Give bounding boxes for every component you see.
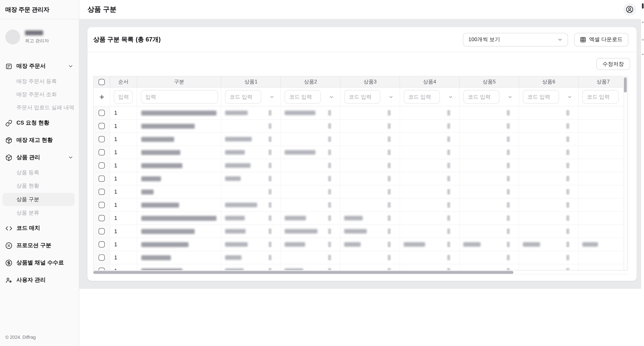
row-checkbox[interactable]: [98, 123, 105, 129]
sidebar-item-1[interactable]: 매장 주문서 등록: [0, 75, 79, 88]
gubun-cell[interactable]: [137, 120, 221, 132]
product4-cell[interactable]: [400, 225, 460, 238]
sidebar-item-2[interactable]: 매장 주문서 조회: [0, 88, 79, 101]
table-vertical-scrollbar[interactable]: [623, 77, 628, 270]
product7-cell[interactable]: [579, 185, 628, 198]
product5-cell[interactable]: [460, 185, 519, 198]
product2-cell[interactable]: [281, 120, 340, 132]
row-checkbox[interactable]: [98, 268, 105, 270]
save-edits-button[interactable]: 수정저장: [596, 58, 630, 70]
gubun-cell[interactable]: [137, 212, 221, 224]
product1-cell[interactable]: [221, 133, 281, 146]
product5-cell[interactable]: [460, 172, 519, 185]
product6-cell[interactable]: [519, 159, 579, 172]
product6-cell[interactable]: [519, 212, 579, 224]
gubun-cell[interactable]: [137, 146, 221, 159]
gubun-cell[interactable]: [137, 225, 221, 238]
product2-cell[interactable]: [281, 133, 340, 146]
product6-cell[interactable]: [519, 251, 579, 264]
sidebar-item-6[interactable]: 상품 관리: [0, 149, 79, 166]
product3-cell[interactable]: [340, 225, 400, 238]
row-checkbox[interactable]: [98, 202, 105, 208]
product1-code-input[interactable]: [225, 90, 261, 104]
product7-cell[interactable]: [579, 172, 628, 185]
excel-download-button[interactable]: 엑셀 다운로드: [574, 33, 628, 46]
product7-code-input[interactable]: [582, 90, 619, 104]
product6-cell[interactable]: [519, 120, 579, 132]
product7-cell[interactable]: [579, 120, 628, 132]
product5-cell[interactable]: [460, 199, 519, 211]
product6-cell[interactable]: [519, 199, 579, 211]
product1-cell[interactable]: [221, 159, 281, 172]
product1-cell[interactable]: [221, 264, 281, 271]
product5-cell[interactable]: [460, 120, 519, 132]
browser-scrollbar-thumb[interactable]: [642, 3, 644, 9]
product7-cell[interactable]: [579, 225, 628, 238]
sidebar-item-4[interactable]: CS 요청 현황: [0, 114, 79, 132]
page-size-select[interactable]: 100개씩 보기: [463, 33, 568, 46]
sidebar-item-13[interactable]: 상품별 채널 수수료: [0, 254, 79, 271]
product1-cell[interactable]: [221, 199, 281, 211]
product1-cell[interactable]: [221, 212, 281, 224]
sidebar-item-11[interactable]: 코드 매치: [0, 220, 79, 237]
product6-cell[interactable]: [519, 264, 579, 271]
product1-cell[interactable]: [221, 185, 281, 198]
product2-cell[interactable]: [281, 199, 340, 211]
sidebar-item-5[interactable]: 매장 재고 현황: [0, 132, 79, 149]
product4-cell[interactable]: [400, 106, 460, 119]
gubun-cell[interactable]: [137, 238, 221, 251]
gubun-cell[interactable]: [137, 133, 221, 146]
product3-cell[interactable]: [340, 106, 400, 119]
product3-cell[interactable]: [340, 199, 400, 211]
row-checkbox[interactable]: [98, 254, 105, 261]
product2-cell[interactable]: [281, 264, 340, 271]
gubun-cell[interactable]: [137, 185, 221, 198]
row-checkbox[interactable]: [98, 149, 105, 155]
user-menu-button[interactable]: [624, 3, 636, 16]
sidebar-item-0[interactable]: 매장 주문서: [0, 58, 79, 75]
product7-cell[interactable]: [579, 146, 628, 159]
product2-cell[interactable]: [281, 172, 340, 185]
product3-cell[interactable]: [340, 251, 400, 264]
table-horizontal-scrollbar[interactable]: [93, 270, 628, 274]
product7-cell[interactable]: [579, 133, 628, 146]
sidebar-item-8[interactable]: 상품 현황: [0, 179, 79, 192]
product5-cell[interactable]: [460, 146, 519, 159]
browser-scrollbar[interactable]: [641, 0, 644, 346]
product3-code-input[interactable]: [344, 90, 380, 104]
product1-cell[interactable]: [221, 120, 281, 132]
product4-cell[interactable]: [400, 120, 460, 132]
product6-cell[interactable]: [519, 146, 579, 159]
product7-cell[interactable]: [579, 264, 628, 271]
product7-cell[interactable]: [579, 199, 628, 211]
product4-cell[interactable]: [400, 172, 460, 185]
product5-cell[interactable]: [460, 159, 519, 172]
product6-cell[interactable]: [519, 225, 579, 238]
product2-cell[interactable]: [281, 238, 340, 251]
product6-cell[interactable]: [519, 133, 579, 146]
gubun-cell[interactable]: [137, 251, 221, 264]
product4-cell[interactable]: [400, 238, 460, 251]
product2-cell[interactable]: [281, 225, 340, 238]
product4-cell[interactable]: [400, 185, 460, 198]
vertical-scrollbar-thumb[interactable]: [624, 77, 627, 93]
product5-cell[interactable]: [460, 106, 519, 119]
product5-cell[interactable]: [460, 264, 519, 271]
sidebar-item-14[interactable]: 사용자 관리: [0, 271, 79, 289]
product1-cell[interactable]: [221, 172, 281, 185]
product3-cell[interactable]: [340, 120, 400, 132]
product1-cell[interactable]: [221, 106, 281, 119]
product3-cell[interactable]: [340, 133, 400, 146]
product3-cell[interactable]: [340, 172, 400, 185]
product6-code-input[interactable]: [523, 90, 559, 104]
product5-cell[interactable]: [460, 238, 519, 251]
gubun-cell[interactable]: [137, 106, 221, 119]
product2-cell[interactable]: [281, 212, 340, 224]
product7-cell[interactable]: [579, 159, 628, 172]
product3-cell[interactable]: [340, 146, 400, 159]
sidebar-item-12[interactable]: 프로모션 구분: [0, 237, 79, 254]
product2-cell[interactable]: [281, 251, 340, 264]
chevron-down-icon[interactable]: [448, 94, 453, 99]
product4-cell[interactable]: [400, 199, 460, 211]
row-checkbox[interactable]: [98, 136, 105, 142]
